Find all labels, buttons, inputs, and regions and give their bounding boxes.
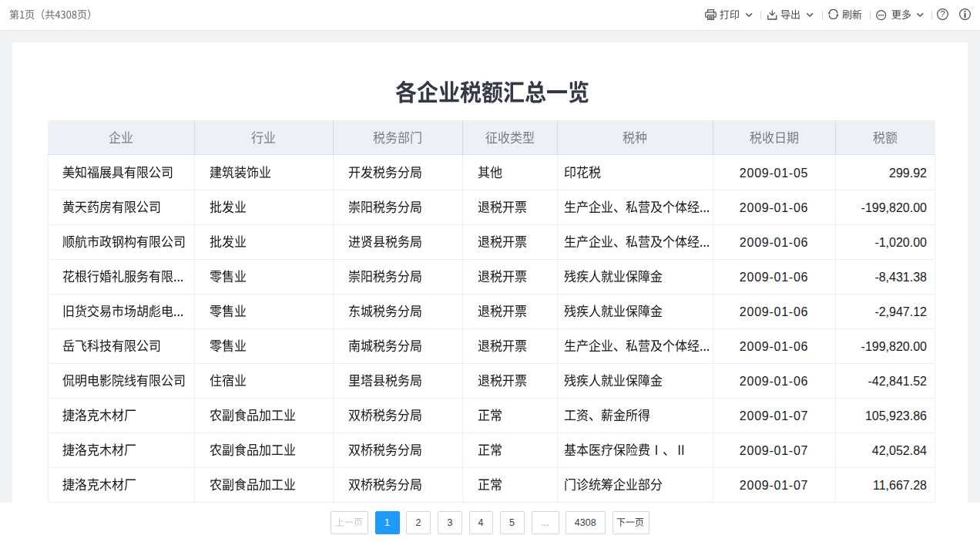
svg-text:?: ? <box>940 10 945 19</box>
